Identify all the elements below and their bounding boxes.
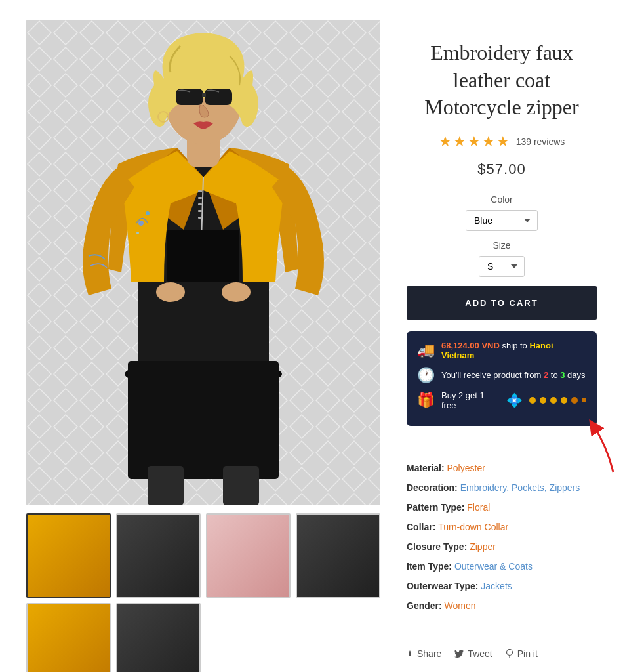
thumbnail-1[interactable] [26,513,111,598]
thumbnail-2[interactable] [116,513,201,598]
spec-material: Material: Polyester [407,459,597,477]
pin-button[interactable]: Pin it [506,648,538,659]
promo-delivery-text: You'll receive product from 2 to 3 days [441,370,586,380]
spec-item-type-value: Outerwear & Coats [454,561,533,572]
pac-dot-5 [571,397,578,404]
pac-dot-3 [550,397,557,404]
svg-rect-10 [198,197,202,199]
color-select[interactable]: Blue Yellow Pink Black [466,210,538,231]
gift-icon: 🎁 [417,392,435,409]
price-divider [489,186,515,186]
rating-row: ★★★★★ 139 reviews [407,133,597,150]
promo-arrow [587,419,620,478]
image-column [26,20,380,672]
spec-outerwear-type: Outerwear Type: Jackets [407,577,597,595]
svg-rect-27 [409,653,411,656]
thumbnail-row-2 [26,603,380,672]
color-select-wrapper: Blue Yellow Pink Black [407,210,597,231]
thumbnail-4[interactable] [296,513,380,598]
specs-section: Material: Polyester Decoration: Embroide… [407,459,597,615]
thumbnail-3[interactable] [206,513,291,598]
delivery-from: 2 [544,370,548,380]
spec-gender-value: Women [445,600,476,611]
spec-collar-value: Turn-down Collar [438,522,508,532]
star-rating: ★★★★★ [439,133,511,150]
svg-point-25 [136,232,139,234]
svg-rect-17 [205,89,232,105]
spec-decoration-label: Decoration: [407,482,460,493]
svg-rect-9 [198,190,202,192]
tweet-label: Tweet [468,648,492,659]
twitter-icon [454,650,464,658]
thumbnail-row-1 [26,513,380,598]
spec-closure-label: Closure Type: [407,541,470,552]
thumbnail-placeholder-1 [206,603,291,672]
pacman-icon: 💠 [506,392,523,408]
size-select[interactable]: S M L XL XXL [479,256,525,277]
pac-dot-6 [582,398,586,402]
size-label: Size [407,240,597,251]
promo-shipping-text: 68,124.00 VND ship to Hanoi Vietnam [441,341,586,360]
svg-rect-6 [148,466,184,505]
product-page: Embroidery faux leather coat Motorcycle … [26,20,597,672]
spec-collar-label: Collar: [407,522,438,532]
spec-outerwear-type-label: Outerwear Type: [407,581,481,591]
pac-dot-1 [529,397,536,404]
product-info-column: Embroidery faux leather coat Motorcycle … [407,20,597,659]
thumbnail-placeholder-2 [296,603,380,672]
svg-point-23 [138,220,144,226]
share-icon [407,650,413,657]
spec-material-value: Polyester [447,463,485,473]
svg-rect-7 [223,466,259,505]
svg-point-21 [156,282,185,302]
spec-decoration-value: Embroidery, Pockets, Zippers [460,482,580,493]
main-product-image [26,20,380,505]
promo-offer-text: Buy 2 get 1 free [441,390,494,410]
svg-rect-16 [176,89,203,105]
promo-delivery-row: 🕐 You'll receive product from 2 to 3 day… [417,367,586,384]
spec-outerwear-type-value: Jackets [481,581,512,591]
thumbnail-6[interactable] [116,603,201,672]
share-row: Share Tweet Pin it [407,635,597,659]
clock-icon: 🕐 [417,367,435,384]
thumbnail-5[interactable] [26,603,111,672]
spec-gender-label: Gender: [407,600,445,611]
spec-pattern-label: Pattern Type: [407,502,467,513]
spec-collar: Collar: Turn-down Collar [407,518,597,536]
svg-rect-11 [198,203,202,205]
spec-closure: Closure Type: Zipper [407,537,597,556]
spec-item-type-label: Item Type: [407,561,454,572]
svg-rect-20 [167,230,239,282]
spec-material-label: Material: [407,463,447,473]
shipping-price: 68,124.00 VND [441,341,500,350]
share-label: Share [417,648,441,659]
pac-dots [529,397,586,404]
share-button[interactable]: Share [407,648,441,659]
truck-icon: 🚚 [417,342,435,359]
color-label: Color [407,194,597,205]
svg-rect-13 [198,217,202,219]
spec-item-type: Item Type: Outerwear & Coats [407,557,597,576]
product-price: $57.00 [477,161,525,177]
svg-point-28 [506,649,512,655]
product-title: Embroidery faux leather coat Motorcycle … [407,39,597,121]
pac-dot-4 [561,397,567,404]
add-to-cart-button[interactable]: ADD TO CART [407,286,597,320]
spec-closure-value: Zipper [470,541,496,552]
spec-pattern: Pattern Type: Floral [407,498,597,516]
spec-pattern-value: Floral [467,502,490,513]
pinterest-icon [506,649,513,658]
promo-box: 🚚 68,124.00 VND ship to Hanoi Vietnam 🕐 … [407,331,597,426]
delivery-to: 3 [560,370,565,380]
svg-rect-12 [198,210,202,212]
price-section: $57.00 [407,161,597,178]
pin-label: Pin it [517,648,538,659]
spec-decoration: Decoration: Embroidery, Pockets, Zippers [407,478,597,497]
review-count[interactable]: 139 reviews [516,136,565,147]
size-select-wrapper: S M L XL XXL [407,256,597,277]
svg-point-22 [222,282,251,302]
svg-rect-5 [128,361,279,479]
tweet-button[interactable]: Tweet [454,648,492,659]
promo-offer-row: 🎁 Buy 2 get 1 free 💠 [417,390,586,410]
promo-shipping-row: 🚚 68,124.00 VND ship to Hanoi Vietnam [417,341,586,360]
